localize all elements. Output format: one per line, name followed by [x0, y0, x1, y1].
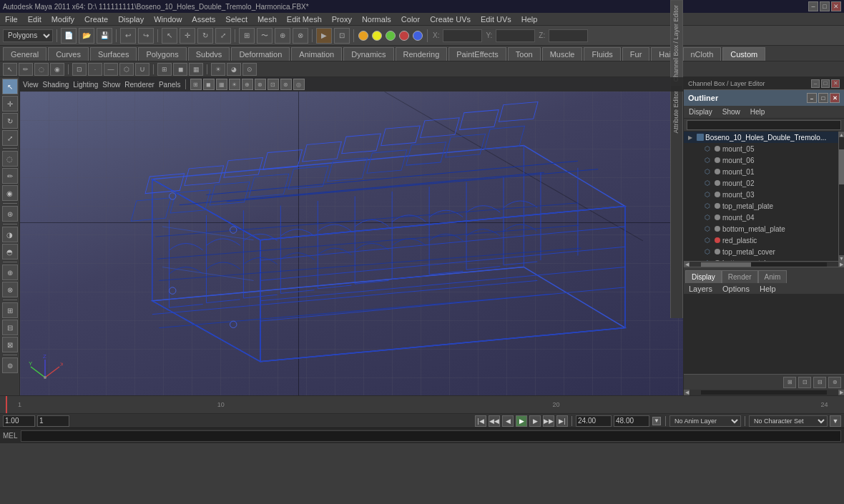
menu-item-help[interactable]: Help: [519, 14, 540, 24]
menu-item-proxy[interactable]: Proxy: [330, 14, 354, 24]
vp-menu-renderer[interactable]: Renderer: [124, 81, 154, 89]
cb-tab-anim[interactable]: Anim: [758, 270, 787, 283]
vp-icon-2[interactable]: ◼: [203, 79, 215, 90]
cb-scroll-track[interactable]: [701, 390, 827, 395]
vp-menu-shading[interactable]: Shading: [43, 81, 69, 89]
tree-item-top_metal_plate[interactable]: ⬡ top_metal_plate: [684, 200, 838, 212]
redo-button[interactable]: ↪: [138, 28, 154, 44]
menu-tab-rendering[interactable]: Rendering: [396, 47, 448, 61]
menu-tab-animation[interactable]: Animation: [291, 47, 342, 61]
open-button[interactable]: 📂: [79, 28, 94, 44]
channel-box-scroll[interactable]: ◀ ▶: [684, 390, 844, 395]
wireframe-button[interactable]: ⊞: [157, 63, 172, 76]
minimize-button[interactable]: –: [808, 1, 818, 11]
vp-icon-8[interactable]: ⊛: [280, 79, 292, 90]
vp-icon-9[interactable]: ◎: [293, 79, 305, 90]
render-button[interactable]: ▶: [316, 28, 332, 44]
prev-frame-button[interactable]: ◀: [502, 415, 514, 427]
menu-item-edit[interactable]: Edit: [26, 14, 44, 24]
channel-box-minimize[interactable]: –: [811, 79, 820, 88]
next-frame-button[interactable]: ▶: [529, 415, 541, 427]
vp-icon-7[interactable]: ⊡: [268, 79, 279, 90]
menu-tab-ncloth[interactable]: nCloth: [683, 47, 722, 61]
vp-icon-3[interactable]: ▦: [216, 79, 227, 90]
save-button[interactable]: 💾: [97, 28, 112, 44]
vp-icon-4[interactable]: ☀: [229, 79, 240, 90]
tree-item-mount05[interactable]: ⬡ mount_05: [684, 143, 838, 154]
show-manip-lt[interactable]: ⊛: [2, 206, 18, 222]
uv-mode-button[interactable]: U: [135, 63, 149, 76]
range-options-button[interactable]: ▼: [652, 417, 661, 425]
tree-item-mount01[interactable]: ⬡ mount_01: [684, 166, 838, 177]
scale-tool-button[interactable]: ⤢: [215, 28, 231, 44]
menu-item-normals[interactable]: Normals: [360, 14, 393, 24]
vp-menu-lighting[interactable]: Lighting: [73, 81, 98, 89]
menu-tab-surfaces[interactable]: Surfaces: [90, 47, 137, 61]
y-input[interactable]: [496, 29, 535, 42]
tree-item-mount03[interactable]: ⬡ mount_03: [684, 189, 838, 200]
scale-tool-lt[interactable]: ⤢: [2, 130, 18, 146]
cb-tab-render[interactable]: Render: [722, 270, 758, 283]
timeline-ruler[interactable]: 1102024: [0, 396, 844, 413]
tree-item-mount02[interactable]: ⬡ mount_02: [684, 177, 838, 189]
outliner-menu-show[interactable]: Show: [720, 107, 742, 117]
artisan-lt[interactable]: ◓: [2, 244, 18, 260]
shadows-button[interactable]: ◕: [227, 63, 241, 76]
soft-lt[interactable]: ◉: [2, 185, 18, 201]
axis-lt[interactable]: ⊚: [2, 357, 18, 373]
tree-item-red_plastic[interactable]: ⬡ red_plastic: [684, 234, 838, 246]
nurbs-lt[interactable]: ⊟: [2, 320, 18, 335]
menu-item-create[interactable]: Create: [82, 14, 110, 24]
tree-item-mount06[interactable]: ⬡ mount_06: [684, 154, 838, 166]
extrude-lt[interactable]: ⊕: [2, 265, 18, 280]
move-tool-button[interactable]: ✛: [180, 28, 195, 44]
vp-menu-panels[interactable]: Panels: [159, 81, 181, 89]
cb-tab-display[interactable]: Display: [685, 270, 722, 283]
layout-select[interactable]: Polygons: [3, 29, 53, 42]
playback-start-field[interactable]: [3, 415, 35, 427]
outliner-maximize[interactable]: □: [818, 93, 828, 103]
menu-tab-curves[interactable]: Curves: [48, 47, 89, 61]
select-tool-button[interactable]: ↖: [162, 28, 177, 44]
play-button[interactable]: ▶: [516, 415, 527, 427]
cb-scroll-left[interactable]: ◀: [684, 390, 690, 395]
outliner-close[interactable]: ✕: [830, 93, 840, 103]
close-button[interactable]: ✕: [831, 1, 841, 11]
color-orb-5[interactable]: [413, 31, 423, 41]
vp-menu-view[interactable]: View: [23, 81, 39, 89]
color-orb-1[interactable]: [358, 31, 368, 41]
h-scroll-left[interactable]: ◀: [684, 262, 690, 267]
side-tab-attribute-editor[interactable]: Attribute Editor: [671, 87, 682, 138]
scroll-up-button[interactable]: ▲: [839, 132, 844, 137]
undo-button[interactable]: ↩: [120, 28, 136, 44]
menu-tab-painteffects[interactable]: PaintEffects: [448, 47, 506, 61]
color-orb-4[interactable]: [399, 31, 409, 41]
menu-item-display[interactable]: Display: [116, 14, 146, 24]
viewport[interactable]: View Shading Lighting Show Renderer Pane…: [20, 77, 683, 395]
vp-icon-6[interactable]: ⊗: [255, 79, 266, 90]
select-mode-button[interactable]: ↖: [3, 63, 17, 76]
menu-item-create uvs[interactable]: Create UVs: [428, 14, 473, 24]
h-scroll-track[interactable]: [701, 262, 827, 267]
menu-item-color[interactable]: Color: [399, 14, 422, 24]
cb-menu-layers[interactable]: Layers: [687, 284, 715, 294]
menu-tab-deformation[interactable]: Deformation: [231, 47, 290, 61]
outliner-menu-display[interactable]: Display: [687, 107, 715, 117]
menu-item-assets[interactable]: Assets: [190, 14, 217, 24]
cb-icon-2[interactable]: ⊡: [798, 377, 811, 388]
object-mode-button[interactable]: ⊡: [72, 63, 87, 76]
tree-item-mount04[interactable]: ⬡ mount_04: [684, 212, 838, 223]
h-scroll-right[interactable]: ▶: [838, 262, 844, 267]
next-key-button[interactable]: ▶▶: [543, 415, 554, 427]
outliner-search-input[interactable]: [687, 120, 841, 130]
snap-curve-button[interactable]: 〜: [257, 28, 273, 44]
snap-grid-button[interactable]: ⊞: [239, 28, 255, 44]
texture-button[interactable]: ▦: [189, 63, 203, 76]
cb-icon-1[interactable]: ⊞: [783, 377, 796, 388]
z-input[interactable]: [549, 29, 588, 42]
menu-item-modify[interactable]: Modify: [49, 14, 77, 24]
menu-item-select[interactable]: Select: [223, 14, 250, 24]
outliner-menu-help[interactable]: Help: [748, 107, 767, 117]
menu-tab-fluids[interactable]: Fluids: [584, 47, 620, 61]
select-tool-lt[interactable]: ↖: [2, 79, 18, 94]
